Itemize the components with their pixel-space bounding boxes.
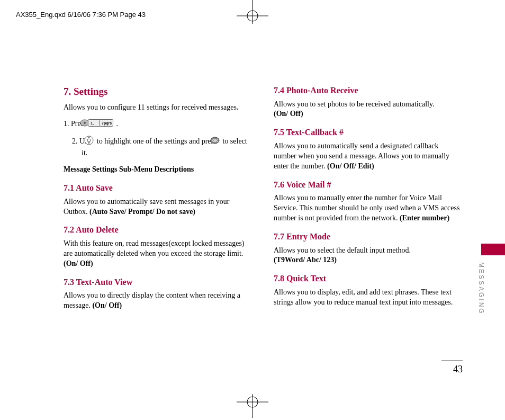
body-7-2: With this feature on, read messages(exce… bbox=[64, 239, 252, 269]
submenu-heading: Message Settings Sub-Menu Descriptions bbox=[64, 165, 252, 175]
heading-7-1: 7.1 Auto Save bbox=[64, 182, 252, 194]
body-7-3: Allows you to directly display the conte… bbox=[64, 291, 252, 311]
body-7-5: Allows you to automatically send a desig… bbox=[274, 141, 463, 172]
body-7-6: Allows you to manually enter the number … bbox=[274, 193, 463, 224]
page-content: 7. Settings Allows you to configure 11 s… bbox=[64, 85, 463, 317]
body-7-1: Allows you to automatically save sent me… bbox=[64, 197, 252, 217]
heading-7-8: 7.8 Quick Text bbox=[274, 273, 463, 284]
crop-mark-bottom-icon bbox=[237, 391, 268, 420]
crop-mark-top-icon bbox=[237, 0, 268, 32]
step-1: 1. Press , 1. , 7pqrs . bbox=[64, 119, 252, 130]
right-column: 7.4 Photo-Auto Receive Allows you to set… bbox=[274, 85, 463, 317]
svg-text:7pqrs: 7pqrs bbox=[102, 121, 112, 126]
prepress-header: AX355_Eng.qxd 6/16/06 7:36 PM Page 43 bbox=[16, 11, 146, 19]
svg-point-7 bbox=[84, 122, 86, 124]
step-2: 2. Use to highlight one of the settings … bbox=[64, 136, 252, 158]
key-7-icon: 7pqrs bbox=[109, 119, 113, 130]
section-tab bbox=[481, 244, 505, 255]
svg-point-13 bbox=[87, 139, 91, 142]
heading-7-6: 7.6 Voice Mail # bbox=[274, 179, 463, 191]
heading-7-4: 7.4 Photo-Auto Receive bbox=[274, 85, 463, 96]
body-7-8: Allows you to display, edit, and add tex… bbox=[274, 288, 463, 308]
heading-settings: 7. Settings bbox=[64, 85, 252, 99]
heading-7-7: 7.7 Entry Mode bbox=[274, 231, 463, 243]
left-column: 7. Settings Allows you to configure 11 s… bbox=[64, 85, 252, 317]
svg-text:1.: 1. bbox=[91, 121, 94, 126]
body-7-4: Allows you to set photos to be received … bbox=[274, 100, 463, 120]
heading-7-5: 7.5 Text-Callback # bbox=[274, 127, 463, 138]
intro-text: Allows you to configure 11 settings for … bbox=[64, 103, 252, 113]
heading-7-3: 7.3 Text-Auto View bbox=[64, 276, 252, 288]
svg-text:OK: OK bbox=[212, 139, 218, 142]
heading-7-2: 7.2 Auto Delete bbox=[64, 224, 252, 236]
svg-point-2 bbox=[247, 11, 258, 21]
section-label: MESSAGING bbox=[477, 262, 485, 315]
svg-point-5 bbox=[247, 397, 258, 407]
body-7-7: Allows you to select the default input m… bbox=[274, 246, 463, 266]
page-number: 43 bbox=[441, 360, 463, 375]
